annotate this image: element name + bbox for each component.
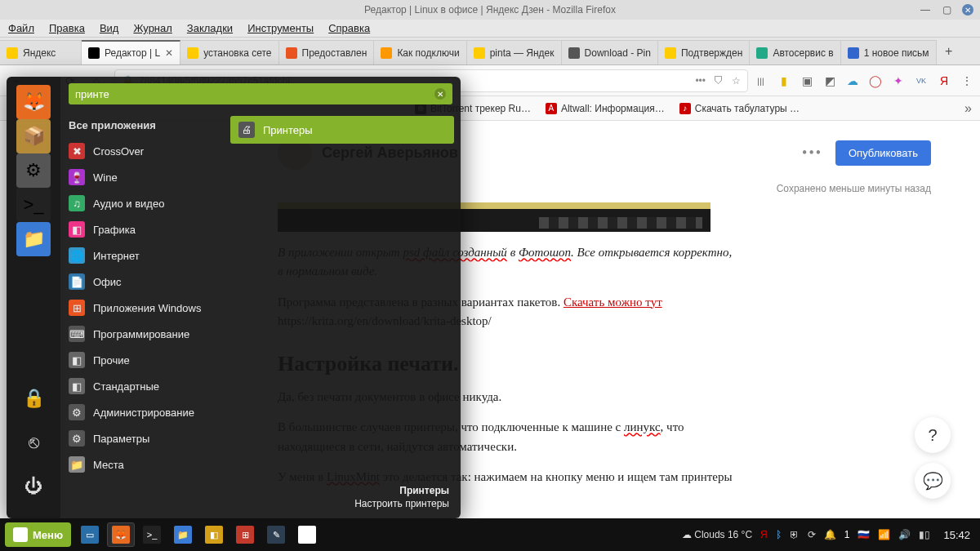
tab-2[interactable]: установка сете bbox=[180, 40, 278, 64]
lock-icon[interactable]: 🔒 bbox=[16, 381, 51, 415]
opera-icon[interactable]: ◯ bbox=[869, 74, 882, 87]
tab-favicon bbox=[568, 47, 580, 59]
bookmark-flag-icon[interactable]: ▮ bbox=[777, 74, 791, 87]
menu-category-4[interactable]: 🌐Интернет bbox=[60, 242, 224, 269]
menu-category-11[interactable]: ⚙Параметры bbox=[60, 425, 224, 451]
maximize-button[interactable]: ▢ bbox=[941, 4, 952, 16]
yandex-tray-icon[interactable]: Я bbox=[760, 529, 768, 540]
launcher-icon: ▭ bbox=[81, 526, 99, 544]
menu-category-9[interactable]: ◧Стандартные bbox=[60, 373, 224, 399]
download-link[interactable]: Скачать можно тут bbox=[564, 295, 662, 309]
tab-close-icon[interactable]: ✕ bbox=[165, 47, 173, 59]
library-icon[interactable]: ⫼ bbox=[755, 74, 768, 87]
close-button[interactable]: ✕ bbox=[962, 4, 973, 16]
menu-edit[interactable]: Правка bbox=[49, 22, 85, 34]
notification-icon[interactable]: 🔔 bbox=[824, 529, 836, 540]
files-launcher[interactable]: 📁 bbox=[169, 522, 197, 547]
tab-6[interactable]: Download - Pin bbox=[562, 40, 658, 64]
tab-4[interactable]: Как подключи bbox=[374, 40, 466, 64]
menu-category-0[interactable]: ✖CrossOver bbox=[60, 138, 224, 164]
tab-0[interactable]: Яндекс bbox=[0, 40, 82, 64]
menu-category-6[interactable]: ⊞Приложения Windows bbox=[60, 295, 224, 321]
new-tab-button[interactable]: + bbox=[937, 44, 961, 59]
menu-category-2[interactable]: ♫Аудио и видео bbox=[60, 190, 224, 216]
updates-icon[interactable]: ⟳ bbox=[808, 529, 816, 540]
tracking-shield-icon[interactable]: ⛉ bbox=[714, 75, 724, 87]
panel-icon[interactable]: ▣ bbox=[800, 74, 813, 87]
search-clear-icon[interactable]: ✕ bbox=[434, 88, 446, 100]
files-icon[interactable]: 📁 bbox=[16, 222, 51, 256]
menu-search-input[interactable]: принте ✕ bbox=[69, 83, 452, 104]
terminal-launcher[interactable]: >_ bbox=[138, 522, 166, 547]
volume-icon[interactable]: 🔊 bbox=[898, 529, 911, 540]
yandex-icon[interactable]: Я bbox=[938, 74, 951, 87]
category-icon: ⚙ bbox=[69, 404, 85, 420]
menu-category-10[interactable]: ⚙Администрирование bbox=[60, 399, 224, 425]
firefox-menubar: Файл Правка Вид Журнал Закладки Инструме… bbox=[0, 20, 980, 38]
article-more-button[interactable]: ••• bbox=[802, 144, 822, 162]
logout-icon[interactable]: ⎋ bbox=[16, 425, 51, 460]
shield-icon[interactable]: ⛨ bbox=[790, 529, 800, 540]
tab-favicon bbox=[381, 47, 392, 59]
menu-category-12[interactable]: 📁Места bbox=[60, 451, 224, 478]
menu-category-1[interactable]: 🍷Wine bbox=[60, 164, 224, 190]
tab-1[interactable]: Редактор | L✕ bbox=[82, 40, 180, 64]
sync-icon[interactable]: ☁ bbox=[846, 74, 859, 87]
keyboard-flag[interactable]: 🇷🇺 bbox=[858, 529, 870, 540]
bluetooth-icon[interactable]: ᛒ bbox=[776, 529, 782, 540]
tab-8[interactable]: Автосервис в bbox=[750, 40, 840, 64]
menu-file[interactable]: Файл bbox=[8, 22, 34, 34]
tab-7[interactable]: Подтвержден bbox=[658, 40, 750, 64]
screenshot-icon[interactable]: ◩ bbox=[823, 74, 836, 87]
power-icon[interactable]: ⏻ bbox=[16, 469, 51, 504]
bookmark-item-2[interactable]: AAltwall: Информация… bbox=[546, 103, 665, 114]
terminal-icon[interactable]: >_ bbox=[16, 188, 51, 222]
tab-favicon bbox=[187, 47, 198, 59]
firefox-icon[interactable]: 🦊 bbox=[16, 85, 51, 119]
menu-result-printers[interactable]: 🖨 Принтеры bbox=[230, 116, 454, 144]
tab-9[interactable]: 1 новое письм bbox=[841, 40, 937, 64]
overflow-menu-icon[interactable]: ⋮ bbox=[960, 74, 973, 87]
comments-fab[interactable]: 💬 bbox=[915, 463, 951, 499]
category-icon: ♫ bbox=[69, 195, 85, 211]
weather-applet[interactable]: ☁ Clouds 16 °C bbox=[682, 529, 752, 540]
menu-category-5[interactable]: 📄Офис bbox=[60, 269, 224, 295]
launcher-icon: ◉ bbox=[298, 526, 316, 544]
bookmarks-overflow-icon[interactable]: » bbox=[964, 101, 972, 116]
app-launcher-1[interactable]: ◧ bbox=[200, 522, 228, 547]
wifi-icon[interactable]: 📶 bbox=[878, 529, 890, 540]
mint-logo-icon bbox=[13, 527, 28, 542]
publish-button[interactable]: Опубликовать bbox=[835, 140, 931, 166]
app-launcher-3[interactable]: ✎ bbox=[262, 522, 290, 547]
firefox-launcher[interactable]: 🦊 bbox=[107, 522, 135, 547]
url-more-icon[interactable]: ••• bbox=[695, 75, 706, 87]
menu-bookmarks[interactable]: Закладки bbox=[187, 22, 233, 34]
app-launcher-2[interactable]: ⊞ bbox=[231, 522, 259, 547]
menu-help[interactable]: Справка bbox=[328, 22, 370, 34]
menu-button[interactable]: Меню bbox=[5, 522, 71, 547]
show-desktop-icon[interactable]: ▭ bbox=[76, 522, 104, 547]
krita-launcher[interactable]: ◉ bbox=[293, 522, 321, 547]
notification-count[interactable]: 1 bbox=[844, 529, 850, 540]
minimize-button[interactable]: — bbox=[920, 4, 931, 16]
tab-5[interactable]: pinta — Яндек bbox=[467, 40, 562, 64]
tab-3[interactable]: Предоставлен bbox=[279, 40, 375, 64]
settings-icon[interactable]: ⚙ bbox=[16, 153, 51, 188]
bookmark-item-3[interactable]: ♪Скачать табулатуры … bbox=[679, 103, 800, 114]
menu-category-7[interactable]: ⌨Программирование bbox=[60, 321, 224, 347]
menu-history[interactable]: Журнал bbox=[133, 22, 172, 34]
menu-tools[interactable]: Инструменты bbox=[247, 22, 314, 34]
menu-category-3[interactable]: ◧Графика bbox=[60, 216, 224, 242]
star-bookmark-icon[interactable]: ☆ bbox=[732, 75, 741, 87]
battery-icon[interactable]: ▮▯ bbox=[919, 529, 930, 540]
help-fab[interactable]: ? bbox=[915, 417, 951, 453]
tab-favicon bbox=[7, 47, 18, 59]
menu-view[interactable]: Вид bbox=[100, 22, 119, 34]
menu-category-8[interactable]: ◧Прочие bbox=[60, 347, 224, 373]
tabstrip: ЯндексРедактор | L✕установка сетеПредост… bbox=[0, 38, 980, 65]
jigsaw-icon[interactable]: ✦ bbox=[892, 74, 905, 87]
clock[interactable]: 15:42 bbox=[943, 529, 970, 541]
menu-all-apps[interactable]: Все приложения bbox=[60, 114, 224, 138]
software-icon[interactable]: 📦 bbox=[16, 119, 51, 153]
vk-icon[interactable]: VK bbox=[915, 74, 928, 87]
